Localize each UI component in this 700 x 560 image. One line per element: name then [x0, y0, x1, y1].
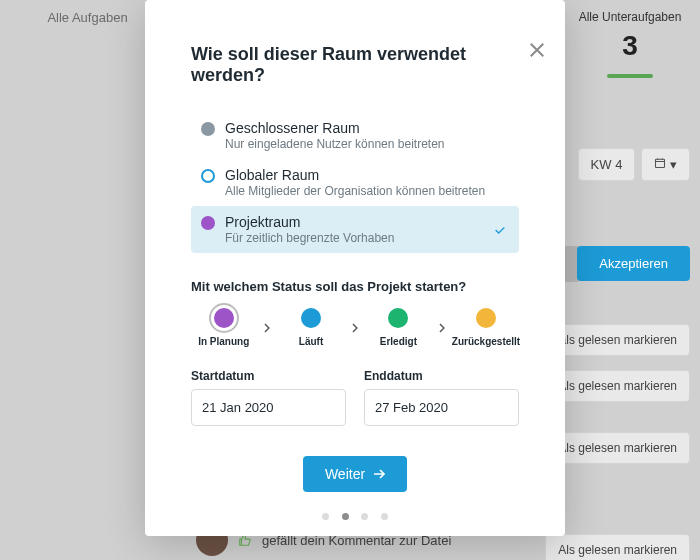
option-subtitle: Für zeitlich begrenzte Vorhaben — [225, 231, 394, 245]
radio-icon — [201, 216, 215, 230]
end-date-input[interactable] — [364, 389, 519, 426]
option-subtitle: Nur eingeladene Nutzer können beitreten — [225, 137, 444, 151]
week-controls: KW 4 ▾ — [578, 148, 690, 181]
status-running[interactable]: Läuft — [278, 308, 343, 347]
check-icon — [493, 223, 507, 237]
start-date-input[interactable] — [191, 389, 346, 426]
option-subtitle: Alle Mitglieder der Organisation können … — [225, 184, 485, 198]
dot — [322, 513, 329, 520]
status-dot-icon — [476, 308, 496, 328]
close-button[interactable] — [527, 40, 547, 60]
option-title: Projektraum — [225, 214, 394, 230]
subtasks-label: Alle Unteraufgaben — [570, 10, 690, 24]
status-label: Läuft — [299, 336, 323, 347]
arrow-right-icon — [373, 469, 385, 479]
status-label: Zurückgestellt — [452, 336, 520, 347]
status-row: In Planung Läuft Erledigt Zurückgestellt — [191, 308, 519, 347]
date-row: Startdatum Enddatum — [191, 369, 519, 426]
status-label: Erledigt — [380, 336, 417, 347]
dot — [361, 513, 368, 520]
room-type-options: Geschlossener Raum Nur eingeladene Nutze… — [191, 112, 519, 253]
progress-bar — [607, 74, 653, 78]
status-dot-icon — [388, 308, 408, 328]
mark-read-button-2[interactable]: Als gelesen markieren — [545, 432, 690, 464]
start-date-label: Startdatum — [191, 369, 346, 383]
svg-rect-0 — [656, 159, 665, 167]
option-title: Globaler Raum — [225, 167, 485, 183]
week-label[interactable]: KW 4 — [578, 148, 636, 181]
modal-title: Wie soll dieser Raum verwendet werden? — [191, 44, 519, 86]
option-global-room[interactable]: Globaler Raum Alle Mitglieder der Organi… — [191, 159, 519, 206]
status-done[interactable]: Erledigt — [366, 308, 431, 347]
accept-button[interactable]: Akzeptieren — [577, 246, 690, 281]
dot-active — [342, 513, 349, 520]
status-section-label: Mit welchem Status soll das Projekt star… — [191, 279, 519, 294]
close-icon — [527, 40, 547, 60]
status-postponed[interactable]: Zurückgestellt — [453, 308, 519, 347]
calendar-button[interactable]: ▾ — [641, 148, 690, 181]
option-title: Geschlossener Raum — [225, 120, 444, 136]
status-dot-icon — [214, 308, 234, 328]
modal: Wie soll dieser Raum verwendet werden? G… — [145, 0, 565, 536]
calendar-icon — [654, 157, 666, 169]
chevron-right-icon — [350, 323, 360, 333]
next-button[interactable]: Weiter — [303, 456, 407, 492]
subtasks-count: 3 — [570, 30, 690, 62]
subtasks-panel: Alle Unteraufgaben 3 — [570, 10, 690, 78]
step-dots — [191, 506, 519, 524]
status-label: In Planung — [198, 336, 249, 347]
option-closed-room[interactable]: Geschlossener Raum Nur eingeladene Nutze… — [191, 112, 519, 159]
end-date-label: Enddatum — [364, 369, 519, 383]
next-button-label: Weiter — [325, 466, 365, 482]
mark-read-button-1[interactable]: Als gelesen markieren — [545, 370, 690, 402]
status-planning[interactable]: In Planung — [191, 308, 256, 347]
chevron-right-icon — [262, 323, 272, 333]
dot — [381, 513, 388, 520]
radio-icon — [201, 169, 215, 183]
option-project-room[interactable]: Projektraum Für zeitlich begrenzte Vorha… — [191, 206, 519, 253]
chevron-right-icon — [437, 323, 447, 333]
status-dot-icon — [301, 308, 321, 328]
radio-icon — [201, 122, 215, 136]
